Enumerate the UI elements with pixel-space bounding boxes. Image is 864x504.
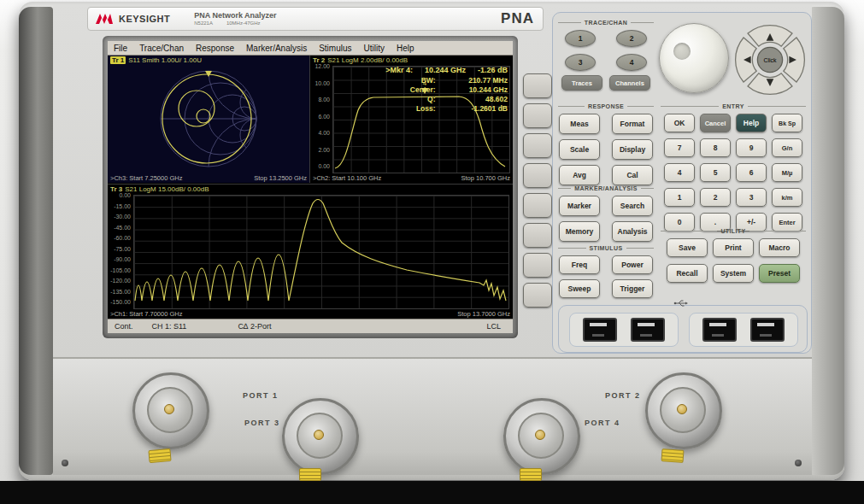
filter-trace-plot [133, 195, 508, 308]
response-group: RESPONSE Meas Format Scale Display Avg C… [558, 103, 654, 185]
traces-key[interactable]: Traces [561, 75, 602, 91]
connector-panel: PORT 1 PORT 3 PORT 4 PORT 2 [53, 359, 812, 475]
entry-label: ENTRY [722, 103, 744, 109]
softkey-5[interactable] [523, 193, 552, 218]
menu-response[interactable]: Response [190, 44, 240, 53]
preset-key[interactable]: Preset [759, 264, 800, 283]
dpad-down[interactable] [748, 73, 792, 95]
digit-6-key[interactable]: 6 [736, 163, 767, 182]
usb-port-1 [583, 318, 617, 342]
ok-key[interactable]: OK [664, 114, 695, 132]
search-key[interactable]: Search [612, 196, 653, 216]
smith-chart-pane: Tr 1 S11 Smith 1.00U/ 1.00U [108, 56, 310, 183]
scale-key[interactable]: Scale [559, 139, 600, 160]
filter-start-freq: >Ch1: Start 7.70000 GHz [110, 310, 182, 318]
recall-key[interactable]: Recall [667, 264, 708, 283]
digit-2-key[interactable]: 2 [700, 188, 731, 207]
port-3-label: PORT 3 [244, 419, 280, 427]
port-2-label: PORT 2 [605, 391, 641, 400]
menu-file[interactable]: File [108, 44, 133, 53]
port-1-label: PORT 1 [243, 391, 279, 400]
softkey-6[interactable] [523, 223, 552, 248]
marker-frequency: 10.244 GHz [425, 66, 466, 74]
mega-micro-key[interactable]: M/µ [772, 163, 802, 182]
stimulus-label: STIMULUS [590, 245, 623, 251]
port-4-label: PORT 4 [585, 419, 620, 427]
digit-5-key[interactable]: 5 [700, 163, 731, 182]
trace1-title: S11 Smith 1.00U/ 1.00U [128, 56, 202, 64]
trace2-key[interactable]: 2 [616, 30, 647, 47]
display-key[interactable]: Display [612, 139, 653, 160]
response-label: RESPONSE [588, 103, 624, 109]
dpad-click-label: Click [764, 57, 777, 63]
analysis-key[interactable]: Analysis [612, 221, 653, 242]
softkey-8[interactable] [523, 283, 552, 308]
softkey-4[interactable] [523, 163, 552, 188]
digit-1-key[interactable]: 1 [664, 188, 695, 207]
backspace-key[interactable]: Bk Sp [772, 114, 802, 132]
trace-chan-group: TRACE/CHAN 1 2 3 4 Traces Channels [558, 20, 654, 91]
cancel-key[interactable]: Cancel [700, 114, 731, 132]
softkey-3[interactable] [523, 133, 552, 158]
freq-key[interactable]: Freq [559, 255, 600, 274]
power-key[interactable]: Power [612, 255, 653, 274]
digit-8-key[interactable]: 8 [700, 138, 731, 157]
softkey-2[interactable] [523, 103, 552, 128]
digit-4-key[interactable]: 4 [664, 163, 695, 182]
menu-help[interactable]: Help [391, 44, 420, 53]
digit-3-key[interactable]: 3 [736, 188, 767, 207]
softkey-7[interactable] [523, 253, 552, 278]
system-key[interactable]: System [713, 264, 754, 283]
memory-key[interactable]: Memory [559, 221, 600, 242]
digit-7-key[interactable]: 7 [664, 138, 695, 157]
dpad-left[interactable] [736, 38, 757, 82]
softkey-1[interactable] [523, 73, 552, 98]
sweep-status: Cont. [115, 322, 133, 331]
avg-key[interactable]: Avg [559, 165, 600, 185]
mag-stop-freq: Stop 10.700 GHz [461, 174, 510, 182]
warning-sticker-1 [148, 448, 171, 463]
usb-port-4 [750, 318, 785, 342]
trigger-key[interactable]: Trigger [612, 279, 653, 298]
right-handle [810, 7, 844, 475]
macro-key[interactable]: Macro [759, 238, 800, 257]
menu-trace-chan[interactable]: Trace/Chan [133, 44, 190, 53]
print-key[interactable]: Print [713, 238, 754, 257]
dpad-right[interactable] [784, 38, 805, 82]
mag-y-axis: 12.0010.00 8.006.00 4.002.00 0.00 [310, 63, 330, 169]
rotary-knob[interactable] [659, 23, 729, 93]
trace1-key[interactable]: 1 [565, 30, 596, 47]
stimulus-group: STIMULUS Freq Power Sweep Trigger [558, 245, 654, 298]
meas-key[interactable]: Meas [559, 114, 600, 134]
model-header: KEYSIGHT PNA Network Analyzer N5221A 10M… [87, 7, 544, 31]
navigation-dpad: Click [732, 23, 808, 97]
frequency-range: 10MHz-47GHz [226, 21, 261, 26]
trace3-key[interactable]: 3 [565, 54, 596, 71]
menu-stimulus[interactable]: Stimulus [313, 44, 357, 53]
trace4-key[interactable]: 4 [616, 54, 647, 71]
marker-key[interactable]: Marker [559, 196, 600, 216]
utility-group: UTILITY Save Print Macro Recall System P… [661, 228, 806, 283]
port-1-connector [132, 372, 209, 449]
menu-marker-analysis[interactable]: Marker/Analysis [240, 44, 313, 53]
kilo-milli-key[interactable]: k/m [772, 188, 802, 207]
menu-utility[interactable]: Utility [358, 44, 391, 53]
usb-port-3 [702, 318, 737, 342]
filter-response-pane: Tr 3 S21 LogM 15.00dB/ 0.00dB 0.00-15.00… [108, 184, 513, 319]
giga-nano-key[interactable]: G/n [772, 138, 802, 157]
cal-key[interactable]: Cal [612, 165, 653, 185]
warning-sticker-2 [661, 448, 685, 463]
digit-9-key[interactable]: 9 [736, 138, 767, 157]
channels-key[interactable]: Channels [609, 75, 650, 91]
save-key[interactable]: Save [667, 238, 708, 257]
port-3-connector [282, 398, 359, 475]
trace3-title: S21 LogM 15.00dB/ 0.00dB [125, 185, 209, 193]
marker-analysis-label: MARKER/ANALYSIS [574, 185, 637, 191]
trace2-title: S21 LogM 2.00dB/ 0.00dB [327, 56, 408, 64]
panel-screw-right [795, 460, 802, 466]
format-key[interactable]: Format [612, 114, 653, 134]
usb-pair-right [689, 313, 798, 347]
mag-start-freq: >Ch2: Start 10.100 GHz [313, 174, 381, 182]
sweep-key[interactable]: Sweep [559, 279, 600, 298]
help-key[interactable]: Help [736, 114, 767, 132]
